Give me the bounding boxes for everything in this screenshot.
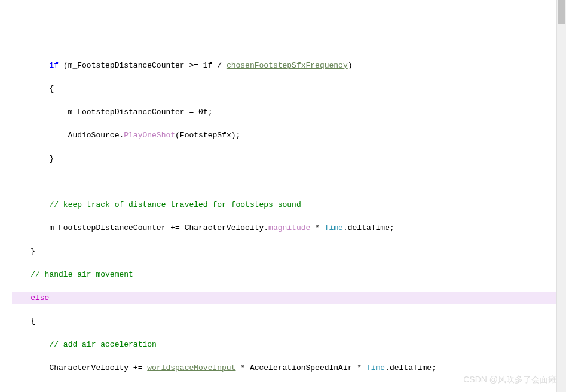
code-line: if (m_FootstepDistanceCounter >= 1f / ch…	[12, 60, 566, 72]
code-line	[12, 385, 566, 392]
watermark-text: CSDN @风吹多了会面瘫	[463, 373, 556, 386]
code-editor[interactable]: if (m_FootstepDistanceCounter >= 1f / ch…	[0, 47, 566, 392]
code-line: // keep track of distance traveled for f…	[12, 199, 566, 211]
code-line: {	[12, 83, 566, 95]
code-line-highlighted: else	[12, 292, 566, 304]
code-line: {	[12, 316, 566, 327]
vertical-scrollbar[interactable]	[556, 0, 566, 392]
code-line	[12, 176, 566, 188]
code-line: // handle air movement	[12, 269, 566, 281]
code-line: }	[12, 246, 566, 258]
code-line: AudioSource.PlayOneShot(FootstepSfx);	[12, 130, 566, 142]
code-line: CharacterVelocity += worldspaceMoveInput…	[12, 362, 566, 374]
code-line: m_FootstepDistanceCounter += CharacterVe…	[12, 222, 566, 234]
scrollbar-thumb[interactable]	[558, 0, 565, 24]
code-line: // add air acceleration	[12, 339, 566, 351]
code-line: }	[12, 153, 566, 165]
code-line: m_FootstepDistanceCounter = 0f;	[12, 106, 566, 118]
